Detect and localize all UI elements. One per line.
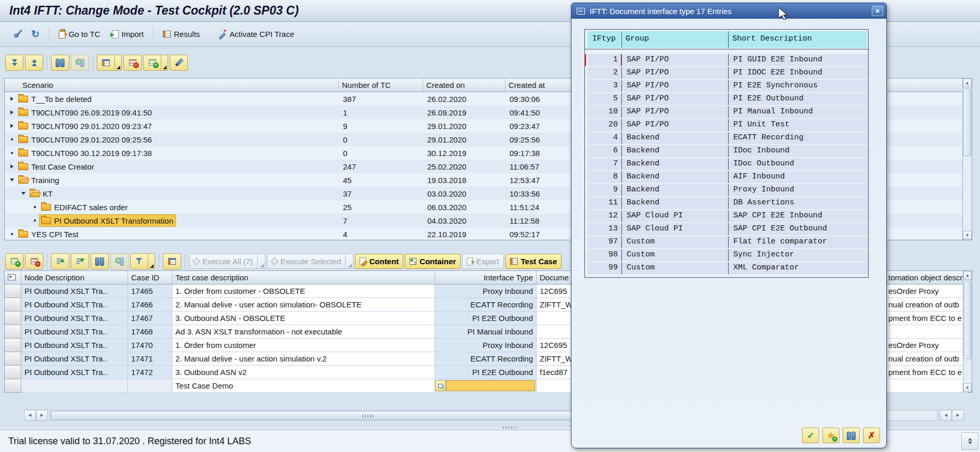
short-description-cell[interactable]: SAP CPI E2E Outbound — [729, 223, 868, 235]
group-cell[interactable]: Backend — [622, 197, 729, 209]
group-cell[interactable]: SAP PI/PO — [622, 54, 729, 66]
popup-column-short-description[interactable]: Short Description — [729, 31, 868, 48]
popup-table-row[interactable]: 3 SAP PI/PO PI E2E Synchronous — [585, 80, 868, 93]
popup-column-iftyp[interactable]: IFtyp — [585, 31, 622, 48]
tree-node[interactable]: T90CLNT090 30.12.2019 09:17:38 — [16, 147, 155, 159]
column-header-node-description[interactable]: Node Description — [21, 271, 128, 284]
scroll-down-arrow[interactable]: ▼ — [963, 383, 972, 392]
popup-table-row[interactable]: 7 Backend IDoc Outbound — [585, 158, 868, 171]
group-cell[interactable]: SAP PI/PO — [622, 93, 729, 105]
expander-icon[interactable] — [8, 138, 16, 140]
execute-all-dropdown[interactable] — [258, 254, 265, 269]
column-header-interface-type[interactable]: Interface Type — [435, 271, 537, 284]
popup-new-entries-button[interactable] — [822, 428, 839, 443]
iftyp-cell[interactable]: 97 — [585, 236, 622, 248]
popup-column-group[interactable]: Group — [622, 31, 729, 48]
test-case-description-input[interactable]: Test Case Demo — [172, 379, 435, 393]
tree-node-label[interactable]: T90CLNT090 26.09.2019 09:41:50 — [31, 108, 152, 117]
display-change-button[interactable] — [5, 25, 24, 43]
iftyp-cell[interactable]: 98 — [585, 249, 622, 261]
column-header-created-on[interactable]: Created on — [423, 79, 505, 92]
group-cell[interactable]: Custom — [622, 236, 729, 248]
iftyp-cell[interactable]: 9 — [585, 184, 622, 196]
tree-vertical-scrollbar[interactable]: ▲ ▼ — [962, 79, 972, 240]
group-cell[interactable]: SAP Cloud PI — [622, 223, 729, 235]
insert-row-button[interactable] — [143, 55, 161, 71]
short-description-cell[interactable]: PI E2E Synchronous — [729, 80, 868, 92]
group-cell[interactable]: SAP PI/PO — [622, 80, 729, 92]
row-selector[interactable] — [5, 325, 21, 339]
tree-node[interactable]: Training — [16, 174, 62, 186]
container-button[interactable]: Container — [405, 254, 461, 269]
activate-cpi-trace-button[interactable]: Activate CPI Trace — [213, 25, 298, 43]
group-cell[interactable]: Backend — [622, 184, 729, 196]
sort-ascending-button[interactable] — [51, 253, 69, 269]
case-vertical-scrollbar[interactable]: ▲ ▼ — [963, 271, 972, 392]
tree-node-label[interactable]: T90CLNT090 29.01.2020 09:25:56 — [31, 135, 152, 144]
scroll-up-arrow[interactable]: ▲ — [963, 271, 972, 280]
expander-icon[interactable] — [8, 152, 16, 154]
short-description-cell[interactable]: PI Unit Test — [729, 119, 868, 131]
iftyp-cell[interactable]: 4 — [585, 132, 622, 144]
column-header-test-case-description[interactable]: Test case description — [172, 271, 435, 284]
popup-titlebar[interactable]: IFTT: Document interface type 17 Entries — [571, 3, 886, 19]
popup-close-button[interactable] — [872, 6, 883, 16]
column-header-case-id[interactable]: Case ID — [128, 271, 172, 284]
find-next-button[interactable] — [71, 55, 89, 71]
iftyp-cell[interactable]: 5 — [585, 93, 622, 105]
results-button[interactable]: Results — [159, 25, 204, 43]
group-cell[interactable]: Backend — [622, 132, 729, 144]
group-cell[interactable]: SAP PI/PO — [622, 119, 729, 131]
popup-table-row[interactable]: 20 SAP PI/PO PI Unit Test — [585, 119, 868, 132]
row-selector[interactable] — [5, 298, 21, 312]
popup-table-row[interactable]: 2 SAP PI/PO PI IDOC E2E Inbound — [585, 67, 868, 80]
popup-table-row[interactable]: 11 Backend DB Assertions — [585, 197, 868, 210]
tree-node[interactable]: YES CPI Test — [16, 228, 81, 240]
layout-settings-button[interactable] — [163, 253, 181, 269]
tree-node-label[interactable]: YES CPI Test — [31, 230, 79, 239]
hierarchy-settings-button[interactable] — [97, 55, 115, 71]
sort-descending-button[interactable] — [71, 253, 89, 269]
test-case-button[interactable]: Test Case — [505, 254, 562, 269]
iftyp-cell[interactable]: 7 — [585, 158, 622, 170]
column-header-automation-object[interactable]: tomation object descr — [885, 271, 969, 284]
content-button[interactable]: Content — [355, 254, 403, 269]
popup-table-row[interactable]: 8 Backend AIF Inbound — [585, 171, 868, 184]
popup-table-row[interactable]: 99 Custom XML Comparator — [585, 262, 868, 275]
group-cell[interactable]: Backend — [622, 145, 729, 157]
iftyp-cell[interactable]: 3 — [585, 80, 622, 92]
filter-dropdown[interactable] — [148, 253, 155, 269]
tree-node[interactable]: T90CLNT090 29.01.2020 09:23:47 — [16, 120, 155, 132]
test-case-description-cell[interactable]: 1. Order from customer - OBSOLETE — [172, 285, 435, 298]
iftyp-cell[interactable]: 1 — [585, 54, 622, 66]
scroll-left-arrow[interactable]: ◄ — [940, 410, 952, 421]
popup-table-row[interactable]: 12 SAP Cloud PI SAP CPI E2E Inbound — [585, 210, 868, 223]
expander-icon[interactable] — [8, 124, 16, 128]
scroll-right-arrow[interactable]: ► — [952, 410, 964, 421]
iftyp-cell[interactable]: 6 — [585, 145, 622, 157]
iftyp-cell[interactable]: 99 — [585, 262, 622, 274]
popup-table-row[interactable]: 97 Custom Flat file comparator — [585, 236, 868, 249]
iftyp-cell[interactable]: 2 — [585, 67, 622, 79]
expander-icon[interactable] — [8, 97, 16, 101]
expander-icon[interactable] — [19, 192, 28, 195]
row-selector[interactable] — [5, 339, 21, 352]
short-description-cell[interactable]: AIF Inbound — [729, 171, 868, 183]
iftyp-cell[interactable]: 10 — [585, 106, 622, 118]
tree-node[interactable]: T90CLNT090 29.01.2020 09:25:56 — [16, 133, 155, 146]
expander-icon[interactable] — [8, 233, 16, 235]
column-header-scenario[interactable]: Scenario — [5, 79, 339, 92]
iftyp-cell[interactable]: 13 — [585, 223, 622, 235]
popup-table-row[interactable]: 4 Backend ECATT Recording — [585, 132, 868, 145]
insert-row-dropdown[interactable] — [161, 55, 168, 71]
popup-table-row[interactable]: 1 SAP PI/PO PI GUID E2E Inbound — [585, 54, 868, 67]
short-description-cell[interactable]: PI GUID E2E Inbound — [729, 54, 868, 66]
short-description-cell[interactable]: Sync Injector — [729, 249, 868, 261]
test-case-description-cell[interactable]: 2. Manual delive - user action simulatio… — [172, 352, 435, 366]
collapse-all-button[interactable] — [25, 55, 43, 71]
goto-tc-button[interactable]: Go to TC — [55, 25, 105, 43]
group-cell[interactable]: SAP Cloud PI — [622, 210, 729, 222]
expander-icon[interactable] — [31, 206, 39, 208]
scroll-left-arrow[interactable]: ◄ — [24, 410, 36, 421]
delete-row-button[interactable] — [123, 55, 142, 71]
